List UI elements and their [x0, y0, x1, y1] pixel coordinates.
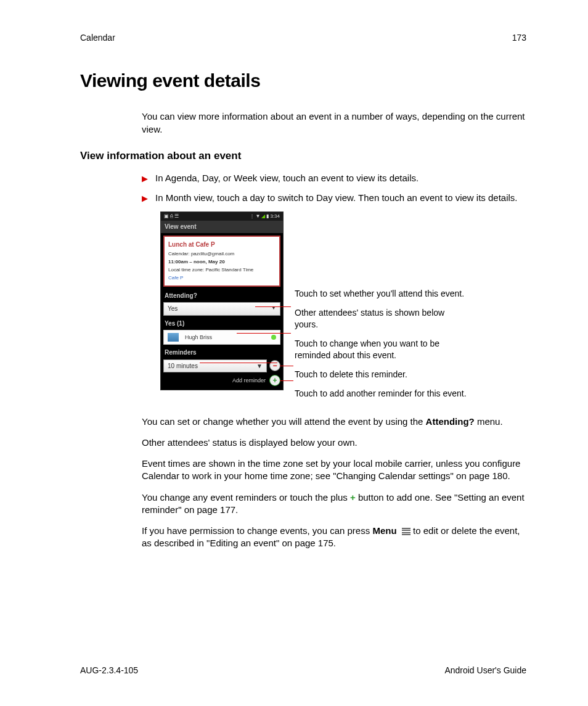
- plus-icon: +: [272, 376, 277, 385]
- add-reminder-row: Add reminder +: [163, 375, 280, 386]
- footer-guide-name: Android User's Guide: [444, 665, 526, 676]
- yes-count-label: Yes (1): [161, 317, 283, 329]
- plus-icon: +: [350, 492, 356, 503]
- status-bar: ▣⎙☰ ⋮▼◢▮3:34: [161, 212, 283, 221]
- annotation-attendee-status: Other attendees' status is shown below y…: [295, 308, 444, 329]
- section-heading: View information about an event: [80, 149, 526, 163]
- attending-menu-bold: Attending?: [426, 416, 475, 427]
- add-reminder-button[interactable]: +: [269, 375, 280, 386]
- status-left-icons: ▣⎙☰: [163, 213, 179, 220]
- annotation-column: Touch to set whether you'll attend this …: [295, 211, 467, 406]
- attending-dropdown[interactable]: Yes ▼: [163, 302, 280, 316]
- status-right-icons: ⋮▼◢▮3:34: [249, 213, 281, 220]
- bullet-text: In Month view, touch a day to switch to …: [155, 192, 518, 204]
- reminder-value: 10 minutes: [168, 362, 198, 371]
- avatar: [168, 333, 179, 342]
- attending-label: Attending?: [161, 289, 283, 302]
- status-dot-icon: [271, 335, 276, 340]
- annotation-delete-reminder: Touch to delete this reminder.: [295, 369, 467, 380]
- header-chapter: Calendar: [80, 32, 115, 44]
- header-page-number: 173: [512, 32, 526, 44]
- triangle-icon: ▶: [142, 193, 148, 204]
- timezone-label: Local time zone: Pacific Standard Time: [168, 267, 276, 274]
- bullet-item: ▶ In Agenda, Day, or Week view, touch an…: [142, 172, 526, 184]
- screen-title-bar: View event: [161, 221, 283, 233]
- page-footer: AUG-2.3.4-105 Android User's Guide: [80, 665, 526, 676]
- chevron-down-icon: ▼: [256, 362, 263, 371]
- attendee-row: Hugh Briss: [163, 330, 280, 345]
- reminder-row: 10 minutes ▼ −: [163, 359, 280, 373]
- menu-icon: [402, 527, 410, 536]
- intro-paragraph: You can view more information about an e…: [142, 110, 526, 136]
- calendar-label: Calendar: pazditu@gmail.com: [168, 251, 276, 258]
- menu-bold: Menu: [372, 525, 396, 536]
- page-title: Viewing event details: [80, 68, 526, 94]
- body-paragraph: Event times are shown in the time zone s…: [142, 458, 526, 483]
- status-time: 3:34: [270, 213, 280, 219]
- event-time: 11:00am – noon, May 20: [168, 259, 276, 266]
- event-card: Lunch at Cafe P Calendar: pazditu@gmail.…: [163, 236, 280, 287]
- body-paragraph: You can set or change whether you will a…: [142, 416, 526, 428]
- annotation-reminder-change: Touch to change when you want to be remi…: [295, 338, 467, 361]
- reminder-dropdown[interactable]: 10 minutes ▼: [163, 359, 267, 373]
- annotation-attending: Touch to set whether you'll attend this …: [295, 288, 467, 300]
- annotation-add-reminder: Touch to add another reminder for this e…: [295, 388, 467, 400]
- body-paragraph: You change any event reminders or touch …: [142, 491, 526, 517]
- triangle-icon: ▶: [142, 173, 148, 184]
- footer-doc-id: AUG-2.3.4-105: [80, 665, 138, 676]
- body-paragraph: If you have permission to change events,…: [142, 525, 526, 550]
- phone-screenshot: ▣⎙☰ ⋮▼◢▮3:34 View event Lunch at Cafe P …: [160, 211, 284, 390]
- reminders-label: Reminders: [161, 346, 283, 358]
- attending-value: Yes: [168, 305, 178, 313]
- event-title: Lunch at Cafe P: [168, 240, 276, 249]
- page-header: Calendar 173: [80, 32, 526, 44]
- bullet-item: ▶ In Month view, touch a day to switch t…: [142, 192, 526, 204]
- add-reminder-label: Add reminder: [232, 377, 266, 384]
- event-location: Cafe P: [168, 275, 276, 282]
- figure-area: ▣⎙☰ ⋮▼◢▮3:34 View event Lunch at Cafe P …: [160, 211, 526, 406]
- bullet-text: In Agenda, Day, or Week view, touch an e…: [155, 172, 419, 184]
- attendee-name: Hugh Briss: [185, 334, 212, 341]
- body-paragraph: Other attendees' status is displayed bel…: [142, 437, 526, 449]
